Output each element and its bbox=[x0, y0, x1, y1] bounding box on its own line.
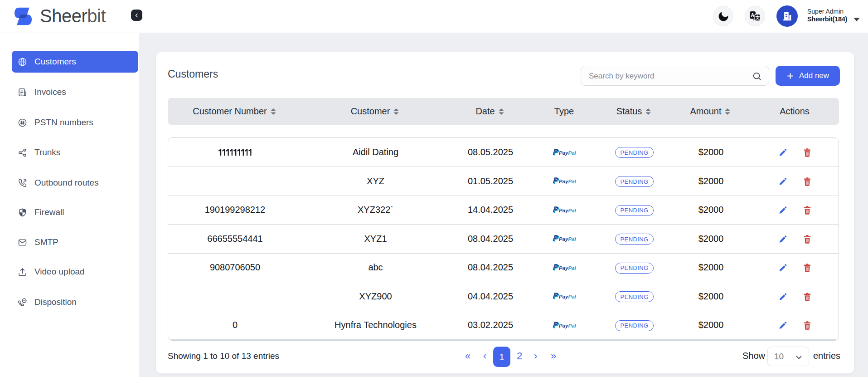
svg-text:A: A bbox=[751, 12, 754, 18]
svg-text:PayPal: PayPal bbox=[559, 208, 577, 213]
svg-text:PayPal: PayPal bbox=[559, 150, 577, 156]
svg-text:PayPal: PayPal bbox=[559, 179, 577, 184]
svg-text:PayPal: PayPal bbox=[559, 323, 577, 328]
svg-text:文: 文 bbox=[755, 15, 760, 20]
svg-text:PayPal: PayPal bbox=[559, 236, 577, 242]
svg-text:PayPal: PayPal bbox=[559, 294, 577, 299]
svg-text:PayPal: PayPal bbox=[559, 265, 577, 271]
